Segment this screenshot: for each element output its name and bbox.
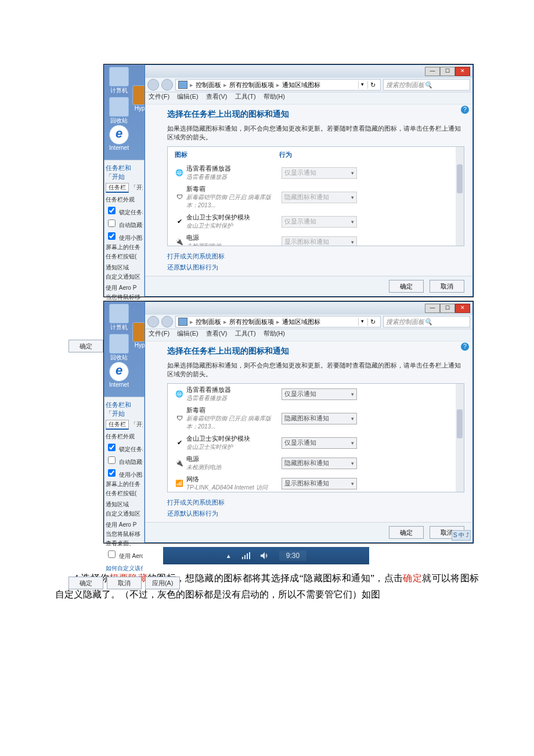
app-icon: 📶 [175,480,184,488]
app-icon: ✔ [175,439,184,447]
dropdown-icon[interactable]: ▾ [358,81,366,89]
list-item: 🌐迅雷看看播放器迅雷看看播放器仅显示通知▾ [168,163,464,183]
small-icons-checkbox[interactable] [108,232,116,240]
menu-view[interactable]: 查看(V) [206,93,228,100]
app-status: 迅雷看看播放器 [186,394,282,402]
menu-file[interactable]: 文件(F) [149,93,169,100]
app-name: 迅雷看看播放器 [186,164,282,173]
app-status: 金山卫士实时保护 [186,222,282,230]
address-bar: ▸ 控制面板▸ 所有控制面板项▸ 通知区域图标 ▾↻ 搜索控制面板🔍 [145,78,472,92]
desktop-icon-ie: eInternet [106,125,132,151]
svg-rect-2 [247,553,248,559]
app-status: TP-LINK_AD8404 Internet 访问 [186,484,282,492]
strip-tab-taskbar[interactable]: 任务栏 [106,183,129,193]
svg-rect-1 [244,555,246,559]
link-system-icons[interactable]: 打开或关闭系统图标 [167,251,464,262]
strip-title: 任务栏和「开始 [106,163,143,182]
list-item: 🛡新毒霸新毒霸铠甲防御 已开启 病毒库版本：2013...隐藏图标和通知▾ [168,183,464,211]
app-name: 金山卫士实时保护模块 [186,213,282,222]
volume-icon[interactable] [261,552,269,559]
app-name: 迅雷看看播放器 [186,386,282,394]
screenshot-2: 计算机 回收站 eInternet Hyper 任务栏和「开始 任务栏 「开始 … [103,301,474,543]
link-restore-defaults[interactable]: 还原默认图标行为 [167,262,464,273]
app-name: 金山卫士实时保护模块 [186,434,282,443]
app-status: 金山卫士实时保护 [186,443,282,451]
list-item: 🛡新毒霸新毒霸铠甲防御 已开启 病毒库版本：2013...隐藏图标和通知▾ [168,404,464,433]
desktop-icon-recycle: 回收站 [106,97,132,125]
autohide-checkbox[interactable] [108,219,116,227]
behavior-select[interactable]: 隐藏图标和通知▾ [282,413,357,424]
page-description: 如果选择隐藏图标和通知，则不会向您通知更改和更新。若要随时查看隐藏的图标，请单击… [167,124,464,146]
menu-help[interactable]: 帮助(H) [264,93,285,100]
list-item: 📶网络TP-LINK_AD8404 Internet 访问显示图标和通知▾ [168,473,464,492]
app-status: 新毒霸铠甲防御 已开启 病毒库版本：2013... [186,193,282,210]
strip-ok-button[interactable]: 确定 [68,340,103,352]
desktop-icon-computer: 计算机 [106,67,132,95]
taskbar-screenshot: ▲ 9:30 [163,547,369,564]
app-name: 新毒霸 [186,406,282,415]
monitor-icon [178,81,187,89]
ok-button[interactable]: 确定 [389,526,424,539]
close-button[interactable]: ✕ [455,67,470,76]
list-item: ✔金山卫士实时保护模块金山卫士实时保护仅显示通知▾ [168,211,464,232]
icon-list: 图标行为 🌐迅雷看看播放器迅雷看看播放器仅显示通知▾🛡新毒霸新毒霸铠甲防御 已开… [167,146,464,246]
minimize-button[interactable]: — [425,67,440,76]
svg-rect-3 [249,552,250,559]
taskbar-properties-window: 任务栏和「开始 任务栏 「开始 任务栏外观 锁定任务栏 自动隐藏任 使用小图标 … [104,397,145,543]
help-icon[interactable]: ? [461,106,469,114]
titlebar: —☐✕ [145,65,472,78]
behavior-select[interactable]: 仅显示通知▾ [282,437,357,449]
list-item: 🔌电源未检测到电池显示图标和通知▾ [168,232,464,246]
app-icon: 🛡 [175,193,184,201]
app-name: 新毒霸 [186,185,282,193]
language-bar[interactable]: S 中 ⤴ [452,530,471,541]
behavior-select: 仅显示通知▾ [282,167,357,179]
app-icon: 🌐 [175,169,184,177]
behavior-select[interactable]: 显示图标和通知▾ [282,478,357,489]
app-name: 电源 [186,233,282,242]
behavior-select: 仅显示通知▾ [282,216,357,228]
behavior-select[interactable]: 仅显示通知▾ [282,388,357,400]
menu-tools[interactable]: 工具(T) [235,93,256,100]
list-item: ✔金山卫士实时保护模块金山卫士实时保护仅显示通知▾ [168,433,464,453]
app-icon: 🔌 [175,459,184,467]
svg-rect-0 [242,557,243,559]
list-item: 🔌电源未检测到电池隐藏图标和通知▾ [168,453,464,473]
breadcrumb[interactable]: ▸ 控制面板▸ 所有控制面板项▸ 通知区域图标 ▾↻ [175,79,381,91]
refresh-icon[interactable]: ↻ [367,81,378,89]
page-title: 选择在任务栏上出现的图标和通知 [167,107,464,124]
app-status: 未检测到电池 [186,463,282,471]
behavior-select: 隐藏图标和通知▾ [282,192,357,203]
behavior-select: 显示图标和通知▾ [282,236,357,247]
search-icon: 🔍 [424,81,432,89]
search-input[interactable]: 搜索控制面板🔍 [383,79,470,91]
control-panel-window-1: —☐✕ ▸ 控制面板▸ 所有控制面板项▸ 通知区域图标 ▾↻ 搜索控制面板🔍 文… [145,64,473,297]
maximize-button[interactable]: ☐ [440,67,455,76]
app-name: 网络 [186,475,282,484]
nav-forward-button[interactable] [161,79,173,91]
app-status: 新毒霸铠甲防御 已开启 病毒库版本：2013... [186,415,282,431]
network-icon[interactable] [242,552,250,559]
app-icon: 🌐 [175,390,184,398]
clock[interactable]: 9:30 [279,550,306,561]
control-panel-window-2: —☐✕ ▸ 控制面板▸ 所有控制面板项▸ 通知区域图标 ▾↻ 搜索控制面板🔍 文… [145,301,473,543]
nav-back-button[interactable] [147,79,159,91]
icon-list: 🌐迅雷看看播放器迅雷看看播放器仅显示通知▾🛡新毒霸新毒霸铠甲防御 已开启 病毒库… [167,383,464,492]
lock-taskbar-checkbox[interactable] [108,207,116,214]
behavior-select[interactable]: 隐藏图标和通知▾ [282,458,357,469]
taskbar-properties-window: 任务栏和「开始 任务栏 「开始 任务栏外观 锁定任务栏 自动隐藏任 使用小图标 … [104,160,145,297]
screenshot-1: 计算机 回收站 eInternet Hyper 任务栏和「开始 任务栏 「开始 … [103,64,474,297]
app-icon: 🔌 [175,238,184,246]
ok-button[interactable]: 确定 [389,280,424,293]
app-name: 电源 [186,455,282,463]
cancel-button[interactable]: 取消 [430,280,464,293]
app-icon: ✔ [175,218,184,226]
menu-bar: 文件(F) 编辑(E) 查看(V) 工具(T) 帮助(H) [145,92,472,105]
menu-edit[interactable]: 编辑(E) [177,93,199,100]
list-item: 🌐迅雷看看播放器迅雷看看播放器仅显示通知▾ [168,384,464,404]
app-icon: 🛡 [175,415,184,423]
app-status: 迅雷看看播放器 [186,173,282,181]
tray-arrow-icon[interactable]: ▲ [226,553,232,559]
app-status: 未检测到电池 [186,242,282,246]
scrollbar[interactable] [456,147,464,246]
